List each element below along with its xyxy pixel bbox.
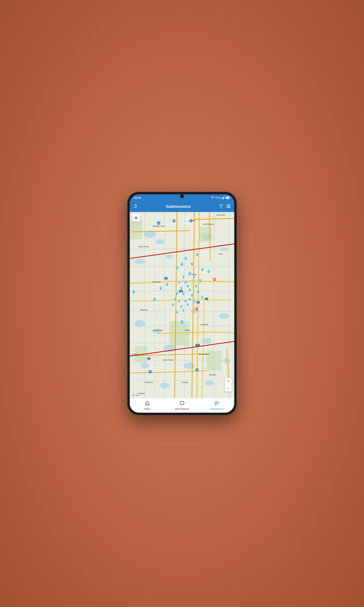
list-icon bbox=[214, 401, 219, 407]
svg-point-34 bbox=[135, 217, 137, 219]
nav-new-request-label: New Request bbox=[175, 408, 189, 410]
svg-point-18 bbox=[153, 329, 162, 334]
marker-blue-18 bbox=[174, 298, 177, 303]
svg-point-41 bbox=[189, 272, 190, 273]
nav-submissions[interactable]: Submissions bbox=[199, 398, 234, 413]
svg-point-36 bbox=[181, 263, 182, 264]
svg-point-73 bbox=[214, 278, 215, 280]
marker-blue-34 bbox=[199, 279, 202, 285]
svg-point-43 bbox=[183, 276, 184, 277]
svg-point-67 bbox=[202, 268, 203, 270]
app-header: Submissions bbox=[130, 201, 234, 212]
svg-point-68 bbox=[208, 270, 209, 271]
marker-blue-30 bbox=[153, 298, 156, 304]
svg-point-44 bbox=[179, 282, 180, 283]
marker-blue-16 bbox=[182, 292, 185, 297]
svg-rect-76 bbox=[180, 401, 184, 404]
marker-blue-12 bbox=[180, 286, 183, 291]
marker-blue-1 bbox=[180, 262, 184, 268]
filter-button[interactable] bbox=[219, 204, 223, 209]
marker-blue-13 bbox=[188, 288, 191, 293]
svg-point-47 bbox=[181, 287, 182, 288]
status-time: 12:54 bbox=[134, 196, 141, 199]
marker-blue-27 bbox=[182, 309, 185, 314]
refresh-button[interactable] bbox=[133, 204, 138, 210]
marker-blue-5 bbox=[195, 253, 199, 258]
svg-point-62 bbox=[183, 309, 184, 310]
wifi-icon bbox=[211, 197, 214, 199]
svg-point-50 bbox=[177, 293, 178, 294]
menu-button[interactable] bbox=[226, 204, 231, 209]
svg-point-12 bbox=[155, 239, 164, 244]
svg-point-66 bbox=[133, 291, 134, 292]
svg-rect-9 bbox=[227, 207, 231, 208]
svg-rect-28 bbox=[130, 219, 143, 239]
marker-blue-32 bbox=[201, 268, 204, 273]
svg-point-38 bbox=[177, 267, 178, 268]
marker-blue-26 bbox=[176, 310, 179, 316]
map-container[interactable]: Brooklyn Park Fridley New Brighton Shore… bbox=[130, 212, 234, 398]
svg-point-80 bbox=[215, 405, 216, 405]
svg-point-13 bbox=[135, 259, 145, 264]
home-icon bbox=[145, 401, 150, 407]
marker-blue-23 bbox=[171, 303, 174, 308]
svg-point-64 bbox=[166, 283, 168, 285]
nav-home[interactable]: Home bbox=[130, 398, 165, 413]
svg-point-79 bbox=[215, 404, 216, 404]
svg-point-57 bbox=[193, 300, 195, 301]
svg-point-55 bbox=[185, 300, 186, 301]
svg-point-56 bbox=[189, 298, 190, 299]
marker-blue-29 bbox=[165, 283, 169, 288]
marker-blue-2 bbox=[184, 257, 187, 262]
svg-rect-7 bbox=[227, 205, 231, 205]
nav-home-label: Home bbox=[144, 408, 150, 410]
svg-point-39 bbox=[192, 263, 193, 264]
svg-rect-6 bbox=[226, 197, 229, 198]
my-location-button[interactable] bbox=[132, 214, 140, 222]
marker-blue-15 bbox=[176, 292, 179, 297]
svg-point-78 bbox=[215, 403, 216, 403]
signal-icon bbox=[221, 197, 225, 199]
marker-blue-35 bbox=[196, 290, 200, 295]
svg-point-70 bbox=[198, 291, 199, 292]
svg-point-37 bbox=[185, 258, 186, 259]
camera-notch bbox=[180, 194, 184, 198]
svg-point-48 bbox=[189, 289, 190, 290]
svg-point-51 bbox=[183, 293, 184, 294]
marker-blue-28 bbox=[159, 286, 162, 292]
marker-blue-21 bbox=[188, 298, 191, 303]
svg-point-49 bbox=[195, 285, 196, 286]
zoom-out-button[interactable]: − bbox=[225, 385, 232, 392]
svg-point-71 bbox=[202, 297, 203, 298]
marker-blue-33 bbox=[207, 270, 210, 275]
svg-point-40 bbox=[197, 254, 198, 255]
svg-point-20 bbox=[219, 313, 229, 319]
svg-point-24 bbox=[184, 363, 195, 369]
marker-blue-3 bbox=[176, 266, 179, 271]
google-logo: Google bbox=[132, 394, 139, 396]
svg-point-58 bbox=[172, 304, 174, 305]
svg-point-52 bbox=[191, 295, 192, 296]
svg-point-46 bbox=[187, 285, 188, 286]
message-icon bbox=[180, 401, 184, 407]
nav-submissions-label: Submissions bbox=[210, 408, 223, 410]
nav-new-request[interactable]: New Request bbox=[165, 398, 199, 413]
svg-point-72 bbox=[181, 321, 183, 322]
svg-rect-5 bbox=[230, 197, 230, 198]
svg-rect-75 bbox=[180, 401, 184, 404]
status-icons: VoLTE bbox=[211, 197, 230, 199]
svg-rect-1 bbox=[222, 198, 223, 199]
header-actions bbox=[219, 204, 231, 209]
svg-point-54 bbox=[179, 300, 180, 301]
svg-point-59 bbox=[181, 306, 182, 307]
zoom-in-button[interactable]: + bbox=[225, 378, 232, 385]
marker-blue-7 bbox=[193, 275, 195, 280]
marker-blue-8 bbox=[182, 275, 185, 280]
zoom-controls: + − bbox=[225, 378, 232, 392]
svg-rect-0 bbox=[221, 198, 222, 199]
marker-blue-9 bbox=[178, 281, 181, 286]
marker-blue-25 bbox=[186, 303, 189, 308]
header-title: Submissions bbox=[166, 204, 191, 209]
marker-blue-4 bbox=[190, 262, 194, 268]
svg-point-74 bbox=[196, 308, 197, 309]
